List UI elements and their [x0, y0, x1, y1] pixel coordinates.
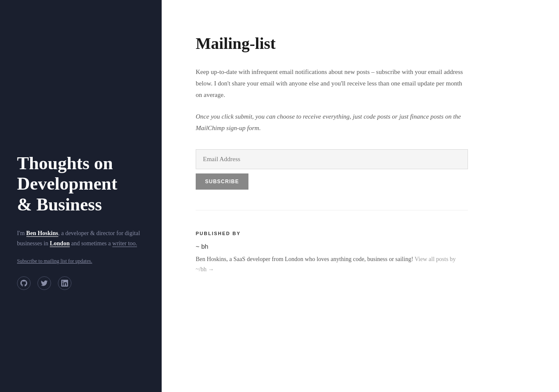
- city-link[interactable]: London: [50, 240, 70, 247]
- author-handle: ~ bh: [196, 243, 525, 250]
- social-icons: [17, 276, 145, 290]
- section-divider: [196, 210, 468, 210]
- writer-link[interactable]: writer too.: [112, 240, 137, 247]
- subscribe-link[interactable]: Subscribe to mailing list for updates.: [17, 258, 92, 264]
- sidebar-bio: I'm Ben Hoskins, a developer & director …: [17, 228, 145, 249]
- linkedin-icon[interactable]: [58, 276, 71, 290]
- email-input[interactable]: [196, 149, 468, 169]
- description-2: Once you click submit, you can choose to…: [196, 111, 468, 134]
- page-title: Mailing-list: [196, 34, 525, 53]
- sidebar: Thoughts on Development & Business I'm B…: [0, 0, 162, 392]
- author-bio: Ben Hoskins, a SaaS developer from Londo…: [196, 254, 459, 275]
- description-1: Keep up-to-date with infrequent email no…: [196, 66, 468, 101]
- github-icon[interactable]: [17, 276, 31, 290]
- subscribe-button[interactable]: SUBSCRIBE: [196, 173, 248, 190]
- sidebar-content: Thoughts on Development & Business I'm B…: [17, 26, 145, 290]
- site-title: Thoughts on Development & Business: [17, 153, 145, 215]
- published-by-label: PUBLISHED BY: [196, 231, 525, 236]
- author-name-link[interactable]: Ben Hoskins: [26, 230, 58, 237]
- main-content: Mailing-list Keep up-to-date with infreq…: [162, 0, 559, 392]
- twitter-icon[interactable]: [37, 276, 51, 290]
